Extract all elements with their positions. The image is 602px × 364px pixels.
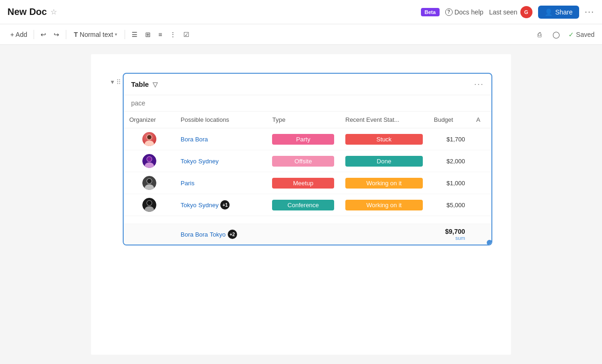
resize-handle[interactable] — [487, 240, 492, 245]
comment-icon: ◯ — [553, 31, 560, 38]
budget-cell: $1,700 — [428, 128, 471, 150]
user-avatar: G — [520, 6, 532, 18]
location-tag[interactable]: Tokyo — [181, 202, 196, 209]
type-cell: Meetup — [266, 172, 340, 194]
checkbox-icon: ☑ — [183, 31, 189, 38]
summary-location-tag[interactable]: Tokyo — [210, 231, 226, 238]
share-label: Share — [555, 8, 573, 16]
block-wrapper: ▼ ⠿ Table ▽ ··· — [110, 73, 492, 245]
svg-point-3 — [147, 135, 151, 139]
docs-help-label: Docs help — [455, 8, 483, 16]
budget-cell: $5,000 — [428, 194, 471, 216]
undo-button[interactable]: ↩ — [38, 29, 49, 40]
budget-cell: $2,000 — [428, 150, 471, 172]
col-locations: Possible locations — [175, 112, 266, 128]
location-tag[interactable]: Tokyo — [181, 158, 196, 165]
locations-cell: Paris — [175, 172, 266, 194]
separator-row — [124, 216, 491, 224]
summary-budget-cell: $9,700 sum — [428, 224, 471, 245]
location-tag[interactable]: Paris — [181, 180, 195, 187]
type-badge: Offsite — [272, 156, 334, 167]
redo-button[interactable]: ↪ — [51, 29, 62, 40]
summary-status — [340, 224, 428, 245]
col-extra: A — [471, 112, 491, 128]
organizer-cell — [124, 150, 175, 172]
table-row: Tokyo Sydney Offsite Done $2,000 — [124, 150, 491, 172]
extra-cell — [471, 150, 491, 172]
status-cell: Working on it — [340, 172, 428, 194]
table-widget-header: Table ▽ ··· — [124, 74, 491, 95]
summary-locations: Bora Bora Tokyo +2 — [175, 224, 266, 245]
drag-handle-icon[interactable]: ⠿ — [116, 78, 121, 86]
locations-cell: Tokyo Sydney — [175, 150, 266, 172]
type-badge: Meetup — [272, 178, 334, 189]
type-cell: Conference — [266, 194, 340, 216]
table-row: Bora Bora Party Stuck $1,700 — [124, 128, 491, 150]
last-seen-label: Last seen — [489, 8, 518, 16]
summary-location-tag[interactable]: Bora Bora — [181, 231, 208, 238]
summary-total: $9,700 — [434, 228, 465, 235]
status-cell: Stuck — [340, 128, 428, 150]
col-status: Recent Event Stat... — [340, 112, 428, 128]
table-row: Paris Meetup Working on it $1,000 — [124, 172, 491, 194]
location-tag[interactable]: Sydney — [198, 202, 218, 209]
location-tag[interactable]: Bora Bora — [181, 136, 208, 143]
print-button[interactable]: ⎙ — [535, 29, 544, 40]
table-search-input[interactable] — [131, 99, 484, 107]
status-badge: Done — [345, 156, 423, 167]
redo-icon: ↪ — [54, 31, 59, 38]
star-icon[interactable]: ☆ — [50, 7, 57, 16]
svg-point-11 — [147, 179, 152, 183]
comment-button[interactable]: ◯ — [550, 29, 563, 40]
align-button[interactable]: ☰ — [129, 29, 140, 40]
filter-icon[interactable]: ▽ — [153, 81, 158, 88]
svg-point-1 — [145, 140, 154, 146]
document-page: ▼ ⠿ Table ▽ ··· — [91, 54, 511, 355]
summary-type — [266, 224, 340, 245]
extra-cell — [471, 172, 491, 194]
status-cell: Done — [340, 150, 428, 172]
table-more-button[interactable]: ··· — [474, 79, 484, 89]
table-icon: ⊞ — [145, 31, 151, 38]
last-seen: Last seen G — [489, 6, 532, 18]
collapse-arrow-icon[interactable]: ▼ — [110, 79, 115, 85]
table-title: Table ▽ — [131, 80, 158, 88]
list-ul-icon: ≡ — [158, 31, 162, 38]
col-type: Type — [266, 112, 340, 128]
text-style-dropdown[interactable]: T Normal text ▾ — [70, 29, 121, 40]
status-cell: Working on it — [340, 194, 428, 216]
list-ol-icon: ⋮ — [170, 31, 176, 38]
organizer-cell — [124, 172, 175, 194]
status-badge: Working on it — [345, 200, 423, 210]
location-tag[interactable]: Sydney — [198, 158, 218, 165]
type-badge: Party — [272, 134, 334, 145]
share-button[interactable]: 👤 Share — [538, 6, 579, 19]
help-icon: ? — [445, 8, 453, 16]
organizer-cell — [124, 128, 175, 150]
checkbox-button[interactable]: ☑ — [181, 29, 192, 40]
add-button[interactable]: + Add — [7, 29, 30, 40]
more-options-button[interactable]: ··· — [585, 7, 595, 17]
table-insert-button[interactable]: ⊞ — [142, 29, 154, 40]
beta-badge: Beta — [421, 8, 440, 16]
summary-sum-label: sum — [434, 235, 465, 241]
svg-point-15 — [147, 201, 152, 205]
toolbar-right: ⎙ ◯ ✓ Saved — [535, 29, 595, 40]
more-locations-badge[interactable]: +1 — [220, 200, 230, 210]
saved-label: Saved — [576, 31, 595, 38]
share-icon: 👤 — [545, 8, 553, 16]
docs-help-button[interactable]: ? Docs help — [445, 8, 483, 16]
locations-cell: Tokyo Sydney +1 — [175, 194, 266, 216]
toolbar-separator-3 — [125, 30, 125, 39]
bullet-list-button[interactable]: ≡ — [155, 29, 165, 40]
type-badge: Conference — [272, 200, 334, 210]
table-widget: Table ▽ ··· Organizer Possible locations — [123, 73, 492, 245]
table-title-label: Table — [131, 80, 149, 88]
ordered-list-button[interactable]: ⋮ — [167, 29, 179, 40]
table-search — [124, 95, 491, 112]
block-controls: ▼ ⠿ — [110, 73, 121, 86]
text-style-label: Normal text — [80, 31, 113, 38]
print-icon: ⎙ — [538, 31, 541, 38]
table-row: Tokyo Sydney +1 Conference Working on it — [124, 194, 491, 216]
summary-more-locations[interactable]: +2 — [228, 230, 237, 239]
